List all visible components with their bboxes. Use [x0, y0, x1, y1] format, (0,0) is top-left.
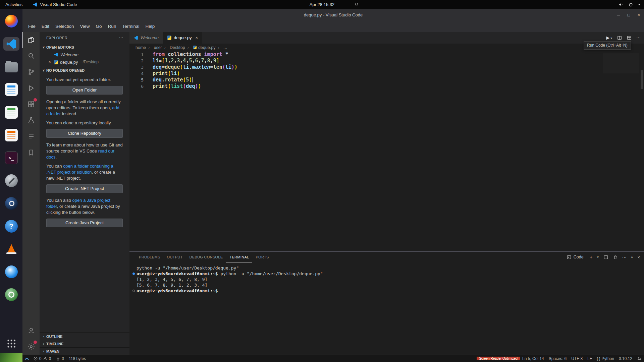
python-interpreter-status[interactable]: 3.10.12 [616, 356, 635, 361]
open-editor-welcome[interactable]: Welcome [40, 51, 129, 58]
activitybar-explorer[interactable] [22, 32, 40, 48]
new-terminal-icon[interactable]: + [590, 255, 593, 260]
code-line-1[interactable]: 1from collections import * [129, 51, 644, 58]
notifications-bell[interactable] [635, 356, 644, 361]
activities-button[interactable]: Activities [0, 0, 28, 9]
terminal-output[interactable]: python -u "/home/user/Desktop/deque.py"u… [129, 262, 644, 294]
menu-help[interactable]: Help [142, 22, 158, 30]
activitybar-search[interactable] [22, 48, 40, 64]
create-java-project-button[interactable]: Create Java Project [46, 219, 123, 227]
dock-terminal[interactable]: >_ [3, 151, 19, 165]
code-line-5[interactable]: 5deq.rotate(5) [129, 77, 644, 83]
no-folder-header[interactable]: ∨ NO FOLDER OPENED [40, 67, 129, 74]
code-editor[interactable]: 1from collections import *2li=[1,2,3,4,5… [129, 51, 644, 251]
maven-section[interactable]: › MAVEN [40, 347, 129, 355]
indentation-status[interactable]: Spaces: 6 [546, 356, 569, 361]
breadcrumb-item[interactable]: … [215, 45, 227, 50]
timeline-section[interactable]: › TIMELINE [40, 340, 129, 347]
dock-libreoffice-calc[interactable] [3, 106, 19, 119]
close-button[interactable]: × [637, 12, 640, 17]
clock[interactable]: Apr 28 15:32 [310, 2, 334, 7]
dock-steam[interactable] [3, 197, 19, 210]
remote-indicator[interactable]: >< [22, 357, 31, 361]
maximize-button[interactable]: □ [628, 12, 630, 17]
dock-files[interactable] [3, 60, 19, 73]
open-editors-header[interactable]: ∨ OPEN EDITORS [40, 44, 129, 51]
eol-status[interactable]: LF [585, 356, 594, 361]
clone-repository-button[interactable]: Clone Repository [46, 129, 123, 138]
panel-tab-output[interactable]: OUTPUT [164, 252, 186, 262]
command-decoration-icon[interactable] [132, 273, 135, 275]
minimize-button[interactable]: ─ [617, 12, 620, 17]
dock-firefox[interactable] [3, 14, 19, 28]
tab-deque-py[interactable]: deque.py × [163, 32, 202, 44]
menu-file[interactable]: File [25, 22, 39, 30]
activitybar-source-control[interactable] [22, 64, 40, 80]
ports-status[interactable]: 0 [53, 356, 66, 361]
outline-section[interactable]: › OUTLINE [40, 333, 129, 340]
problems-status[interactable]: 0 0 [31, 356, 53, 361]
minimap[interactable]: from collections import *li=[1,2,3,4,5,6… [603, 53, 639, 73]
activitybar-settings[interactable] [22, 339, 40, 355]
create-dotnet-project-button[interactable]: Create .NET Project [46, 184, 123, 193]
menu-run[interactable]: Run [105, 22, 119, 30]
dock-libreoffice-impress[interactable] [3, 128, 19, 142]
run-code-button[interactable]: ▶ ∨ [606, 35, 612, 40]
code-line-4[interactable]: 4print(li) [129, 70, 644, 77]
split-editor-icon[interactable] [617, 35, 622, 41]
panel-tab-terminal[interactable]: TERMINAL [226, 252, 252, 262]
activitybar-run-debug[interactable] [22, 80, 40, 96]
close-panel-icon[interactable]: × [637, 255, 640, 260]
menu-selection[interactable]: Selection [52, 22, 77, 30]
activitybar-list[interactable] [22, 128, 40, 144]
cursor-position-status[interactable]: Ln 5, Col 14 [520, 356, 546, 361]
kill-terminal-icon[interactable] [613, 255, 618, 260]
dock-vscode[interactable] [3, 37, 19, 51]
language-mode-status[interactable]: { } Python [594, 356, 616, 361]
terminal-dropdown-icon[interactable]: ∨ [597, 255, 599, 259]
dock-libreoffice-writer[interactable] [3, 83, 19, 96]
maximize-panel-icon[interactable]: ∧ [631, 255, 633, 259]
open-editor-deque[interactable]: × deque.py ~/Desktop [40, 58, 129, 66]
code-line-2[interactable]: 2li=[1,2,3,4,5,6,7,8,9] [129, 58, 644, 64]
menu-terminal[interactable]: Terminal [119, 22, 142, 30]
code-line-3[interactable]: 3deq=deque(li,maxlen=len(li)) [129, 64, 644, 70]
close-icon[interactable]: × [195, 35, 198, 40]
code-line-6[interactable]: 6print(list(deq)) [129, 83, 644, 89]
tab-welcome[interactable]: Welcome [129, 32, 163, 44]
notification-bell-icon[interactable] [354, 2, 359, 7]
activitybar-account[interactable] [22, 322, 40, 339]
dock-tools[interactable] [3, 174, 19, 187]
show-applications-icon[interactable] [7, 339, 16, 348]
split-terminal-icon[interactable] [603, 255, 608, 260]
activitybar-bookmarks[interactable] [22, 144, 40, 161]
open-folder-button[interactable]: Open Folder [46, 86, 123, 95]
dock-help[interactable]: ? [3, 220, 19, 233]
menu-go[interactable]: Go [93, 22, 105, 30]
screen-reader-status[interactable]: Screen Reader Optimized [477, 357, 520, 360]
panel-more-actions-icon[interactable]: ⋯ [622, 255, 627, 260]
panel-tab-problems[interactable]: PROBLEMS [136, 252, 164, 262]
dock-vlc[interactable] [3, 242, 19, 256]
breadcrumb-item[interactable]: home [136, 45, 146, 50]
encoding-status[interactable]: UTF-8 [569, 356, 585, 361]
dock-software[interactable] [3, 288, 19, 301]
close-icon[interactable]: × [47, 60, 52, 64]
breadcrumb-item[interactable]: Desktop [162, 45, 185, 50]
command-decoration-icon[interactable] [132, 290, 135, 292]
panel-tab-debug-console[interactable]: DEBUG CONSOLE [186, 252, 226, 262]
breadcrumb-item[interactable]: user [146, 45, 162, 50]
breadcrumb-item[interactable]: deque.py [185, 45, 216, 50]
activitybar-extensions[interactable] [22, 96, 40, 112]
menu-view[interactable]: View [77, 22, 93, 30]
file-size-status[interactable]: 118 bytes [66, 356, 88, 361]
focused-app-indicator[interactable]: Visual Studio Code [28, 2, 82, 7]
system-status-area[interactable] [619, 2, 641, 7]
explorer-more-actions-icon[interactable]: ⋯ [119, 35, 123, 40]
more-actions-icon[interactable]: ⋯ [636, 35, 641, 40]
terminal-instance-label[interactable]: Code [567, 255, 584, 260]
activitybar-testing[interactable] [22, 112, 40, 128]
dock-browser[interactable] [3, 265, 19, 279]
panel-tab-ports[interactable]: PORTS [252, 252, 272, 262]
editor-scrollbar[interactable] [641, 70, 643, 89]
